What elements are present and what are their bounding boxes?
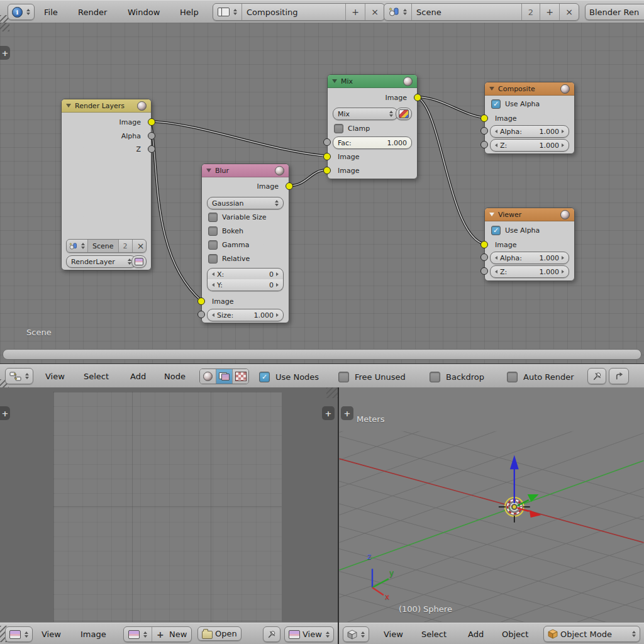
socket-image-output[interactable] [414, 94, 421, 101]
blur-size-field[interactable]: Size: 1.000 [207, 309, 284, 321]
checkbox-bokeh[interactable]: Bokeh [208, 226, 243, 236]
checkbox-box[interactable] [208, 254, 218, 264]
decrement-arrow-icon[interactable] [212, 313, 214, 317]
node-scene-users[interactable]: 2 [119, 240, 133, 252]
screen-layout-name[interactable]: Compositing [242, 4, 346, 20]
menu-object[interactable]: Object [502, 623, 528, 644]
socket-image2-input[interactable] [323, 167, 331, 174]
pin-button[interactable] [587, 368, 606, 384]
checkbox-use-nodes[interactable]: ✓ Use Nodes [259, 372, 319, 382]
color-swatch-button[interactable] [396, 108, 412, 120]
collapse-triangle-icon[interactable] [489, 213, 494, 216]
z-field[interactable]: Z: 1.000 [490, 139, 569, 152]
increment-arrow-icon[interactable] [276, 272, 279, 276]
editor-type-selector-image[interactable] [5, 626, 33, 642]
menu-file[interactable]: File [44, 1, 58, 23]
menu-image[interactable]: Image [80, 623, 106, 644]
menu-add[interactable]: Add [130, 365, 146, 387]
collapse-triangle-icon[interactable] [66, 104, 71, 108]
node-render-layers[interactable]: Render Layers Image Alpha Z Scene [61, 99, 152, 270]
socket-image-input[interactable] [480, 114, 488, 122]
socket-z-input[interactable] [480, 141, 488, 148]
horizontal-scrollbar[interactable] [3, 349, 641, 360]
decrement-arrow-icon[interactable] [212, 283, 214, 287]
checkbox-auto-render[interactable]: Auto Render [507, 372, 574, 382]
editor-type-selector-node[interactable] [5, 368, 33, 384]
socket-fac-input[interactable] [323, 138, 331, 146]
checkbox-box[interactable] [208, 226, 218, 236]
collapse-triangle-icon[interactable] [489, 87, 494, 91]
socket-image-input[interactable] [197, 297, 205, 305]
checkbox-box[interactable]: ✓ [259, 372, 270, 382]
increment-arrow-icon[interactable] [276, 313, 279, 317]
checkbox-box[interactable] [430, 372, 440, 382]
image-grid-area[interactable] [53, 392, 282, 622]
decrement-arrow-icon[interactable] [495, 143, 497, 147]
socket-image-input[interactable] [480, 241, 488, 248]
socket-alpha-output[interactable] [148, 132, 155, 140]
screen-layout-browse[interactable] [213, 4, 242, 20]
fac-slider[interactable]: Fac: 1.000 [333, 136, 412, 149]
checkbox-backdrop[interactable]: Backdrop [430, 372, 484, 382]
node-header[interactable]: Mix [328, 75, 417, 88]
menu-view[interactable]: View [42, 623, 61, 644]
checkbox-free-unused[interactable]: Free Unused [338, 372, 406, 382]
socket-z-input[interactable] [480, 267, 488, 275]
menu-view[interactable]: View [45, 365, 65, 387]
display-channels-dropdown[interactable]: View [284, 626, 334, 642]
socket-size-input[interactable] [197, 311, 205, 318]
node-header[interactable]: Blur [202, 164, 289, 177]
menu-add[interactable]: Add [468, 623, 484, 644]
scene-browse[interactable] [384, 4, 412, 20]
image-editor-canvas[interactable]: + + [0, 387, 338, 622]
socket-alpha-input[interactable] [480, 127, 488, 135]
node-mix[interactable]: Mix Image Mix Clamp Fac: 1.000 [327, 74, 418, 179]
menu-node[interactable]: Node [164, 365, 186, 387]
menu-select[interactable]: Select [84, 365, 109, 387]
corner-resize-grip[interactable] [326, 387, 338, 398]
decrement-arrow-icon[interactable] [212, 272, 214, 276]
collapse-triangle-icon[interactable] [206, 169, 211, 172]
checkbox-relative[interactable]: Relative [208, 254, 250, 264]
viewport-3d[interactable]: Meters (100) Sphere z y x + [339, 387, 644, 622]
compositing-nodes-toggle[interactable] [216, 369, 233, 384]
collapse-triangle-icon[interactable] [332, 79, 337, 83]
render-layer-render-button[interactable] [131, 255, 147, 268]
checkbox-box[interactable] [338, 372, 349, 382]
blur-filter-dropdown[interactable]: Gaussian [207, 197, 284, 209]
decrement-arrow-icon[interactable] [495, 256, 497, 260]
checkbox-variable-size[interactable]: Variable Size [208, 213, 267, 222]
delete-scene-button[interactable]: × [560, 4, 579, 20]
checkbox-clamp[interactable]: Clamp [334, 124, 370, 133]
increment-arrow-icon[interactable] [562, 256, 564, 260]
node-header[interactable]: Render Layers [62, 99, 151, 113]
alpha-field[interactable]: Alpha: 1.000 [490, 125, 569, 138]
node-blur[interactable]: Blur Image Gaussian Variable Size Bokeh … [201, 164, 289, 323]
menu-view[interactable]: View [384, 623, 403, 644]
add-scene-button[interactable]: + [540, 4, 560, 20]
increment-arrow-icon[interactable] [562, 143, 564, 147]
blur-y-field[interactable]: Y: 0 [207, 279, 284, 291]
socket-alpha-input[interactable] [480, 253, 488, 261]
scene-name[interactable]: Scene [412, 4, 522, 20]
checkbox-box[interactable] [334, 124, 343, 133]
increment-arrow-icon[interactable] [276, 283, 279, 287]
checkbox-box[interactable] [208, 240, 218, 250]
socket-image-output[interactable] [148, 118, 155, 126]
blend-mode-dropdown[interactable]: Mix [333, 108, 398, 120]
open-image-button[interactable]: Open [197, 626, 242, 641]
checkbox-gamma[interactable]: Gamma [208, 240, 249, 250]
region-expand-plus-button[interactable]: + [0, 406, 10, 420]
node-composite[interactable]: Composite ✓ Use Alpha Image Alpha: 1.000… [484, 82, 575, 154]
render-engine-selector[interactable]: Blender Ren [585, 4, 644, 20]
delete-layout-button[interactable]: × [365, 4, 384, 20]
area-divider[interactable] [338, 387, 339, 644]
unlink-scene-button[interactable]: × [133, 240, 147, 252]
node-editor-canvas[interactable]: Render Layers Image Alpha Z Scene [0, 23, 644, 364]
blur-x-field[interactable]: X: 0 [207, 268, 284, 280]
texture-nodes-toggle[interactable] [233, 369, 248, 384]
checkbox-use-alpha[interactable]: ✓ Use Alpha [491, 226, 540, 235]
socket-image1-input[interactable] [323, 153, 331, 160]
node-header[interactable]: Viewer [485, 208, 574, 221]
new-image-button[interactable]: + New [152, 627, 191, 641]
